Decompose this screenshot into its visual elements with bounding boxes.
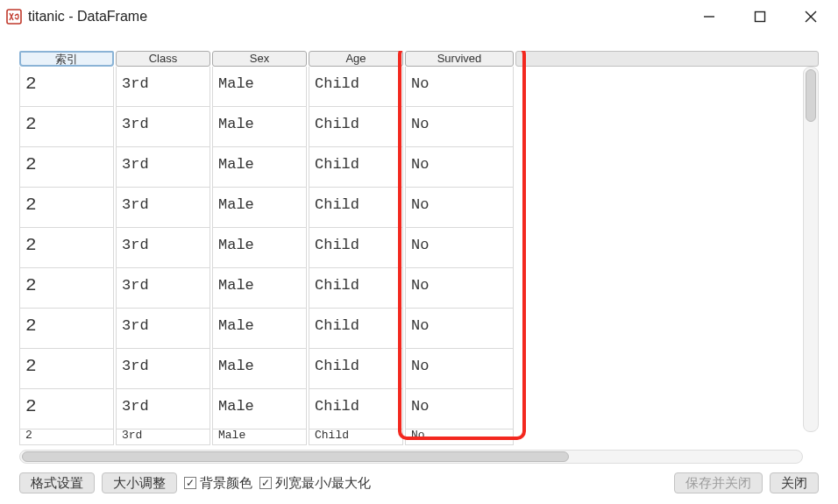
index-cell[interactable]: 2 [19,228,114,268]
svg-rect-2 [756,11,765,21]
app-icon [5,8,23,25]
cell-sex[interactable]: Male [212,349,307,389]
horizontal-scrollbar[interactable] [19,450,803,464]
cell-sex[interactable]: Male [212,268,307,309]
cell-age[interactable]: Child [309,349,403,389]
save-and-close-button[interactable]: 保存并关闭 [674,472,763,493]
vertical-scrollbar[interactable] [803,67,819,432]
cell-class[interactable]: 3rd [116,389,210,429]
footer-bar: 格式设置 大小调整 ✓ 背景颜色 ✓ 列宽最小/最大化 保存并关闭 关闭 [19,471,819,495]
table-wrap: 索引 Class Sex Age Survived 23rdMaleChildN… [19,51,819,464]
close-button[interactable] [785,0,836,32]
background-color-label: 背景颜色 [200,475,252,492]
table-row[interactable]: 23rdMaleChildNo [19,389,515,429]
index-cell[interactable]: 2 [19,429,114,445]
column-header-class[interactable]: Class [116,51,210,67]
index-cell[interactable]: 2 [19,67,114,107]
column-header-survived[interactable]: Survived [405,51,514,67]
cell-survived[interactable]: No [405,268,514,309]
column-width-label: 列宽最小/最大化 [275,475,371,492]
index-cell[interactable]: 2 [19,389,114,429]
table-row[interactable]: 23rdMaleChildNo [19,147,515,188]
cell-age[interactable]: Child [309,309,403,349]
maximize-button[interactable] [735,0,785,32]
window-controls [684,0,836,32]
cell-sex[interactable]: Male [212,389,307,429]
cell-sex[interactable]: Male [212,107,307,147]
cell-sex[interactable]: Male [212,429,307,445]
cell-age[interactable]: Child [309,67,403,107]
index-cell[interactable]: 2 [19,349,114,389]
table-row[interactable]: 23rdMaleChildNo [19,188,515,228]
index-header[interactable]: 索引 [19,51,114,67]
cell-survived[interactable]: No [405,389,514,429]
cell-sex[interactable]: Male [212,147,307,188]
cell-age[interactable]: Child [309,147,403,188]
cell-sex[interactable]: Male [212,228,307,268]
content-area: 索引 Class Sex Age Survived 23rdMaleChildN… [0,33,838,504]
index-cell[interactable]: 2 [19,107,114,147]
cell-survived[interactable]: No [405,309,514,349]
vertical-scrollbar-thumb[interactable] [806,69,816,122]
minimize-button[interactable] [684,0,735,32]
header-filler [515,51,819,67]
cell-class[interactable]: 3rd [116,107,210,147]
index-cell[interactable]: 2 [19,188,114,228]
table-row[interactable]: 23rdMaleChildNo [19,349,515,389]
cell-survived[interactable]: No [405,188,514,228]
window-title: titanic - DataFrame [28,9,147,25]
column-width-checkbox[interactable]: ✓ 列宽最小/最大化 [259,475,371,492]
titlebar: titanic - DataFrame [0,0,838,33]
cell-survived[interactable]: No [405,228,514,268]
background-color-checkbox[interactable]: ✓ 背景颜色 [184,475,252,492]
cell-survived[interactable]: No [405,349,514,389]
cell-age[interactable]: Child [309,188,403,228]
cell-survived[interactable]: No [405,147,514,188]
table-row[interactable]: 23rdMaleChildNo [19,228,515,268]
horizontal-scrollbar-thumb[interactable] [22,451,569,462]
data-area: 23rdMaleChildNo23rdMaleChildNo23rdMaleCh… [19,67,819,464]
format-settings-button[interactable]: 格式设置 [19,472,95,493]
cell-class[interactable]: 3rd [116,67,210,107]
cell-class[interactable]: 3rd [116,228,210,268]
index-cell[interactable]: 2 [19,147,114,188]
index-cell[interactable]: 2 [19,309,114,349]
cell-class[interactable]: 3rd [116,268,210,309]
cell-survived[interactable]: No [405,107,514,147]
column-header-sex[interactable]: Sex [212,51,307,67]
cell-age[interactable]: Child [309,228,403,268]
cell-sex[interactable]: Male [212,67,307,107]
table-row[interactable]: 23rdMaleChildNo [19,107,515,147]
checkbox-checked-icon: ✓ [259,477,272,489]
column-header-age[interactable]: Age [309,51,403,67]
table-row[interactable]: 23rdMaleChildNo [19,67,515,107]
cell-class[interactable]: 3rd [116,349,210,389]
table-row[interactable]: 23rdMaleChildNo [19,429,515,445]
cell-age[interactable]: Child [309,389,403,429]
cell-age[interactable]: Child [309,429,403,445]
checkbox-checked-icon: ✓ [184,477,196,489]
table-row[interactable]: 23rdMaleChildNo [19,268,515,309]
cell-class[interactable]: 3rd [116,188,210,228]
index-cell[interactable]: 2 [19,268,114,309]
cell-sex[interactable]: Male [212,309,307,349]
rows-container: 23rdMaleChildNo23rdMaleChildNo23rdMaleCh… [19,67,515,448]
cell-class[interactable]: 3rd [116,309,210,349]
cell-age[interactable]: Child [309,107,403,147]
resize-button[interactable]: 大小调整 [102,472,177,493]
close-footer-button[interactable]: 关闭 [770,472,819,493]
cell-age[interactable]: Child [309,268,403,309]
cell-class[interactable]: 3rd [116,429,210,445]
data-viewport[interactable]: 23rdMaleChildNo23rdMaleChildNo23rdMaleCh… [19,67,819,448]
cell-sex[interactable]: Male [212,188,307,228]
cell-survived[interactable]: No [405,429,514,445]
table-header-row: 索引 Class Sex Age Survived [19,51,819,67]
cell-survived[interactable]: No [405,67,514,107]
cell-class[interactable]: 3rd [116,147,210,188]
table-row[interactable]: 23rdMaleChildNo [19,309,515,349]
